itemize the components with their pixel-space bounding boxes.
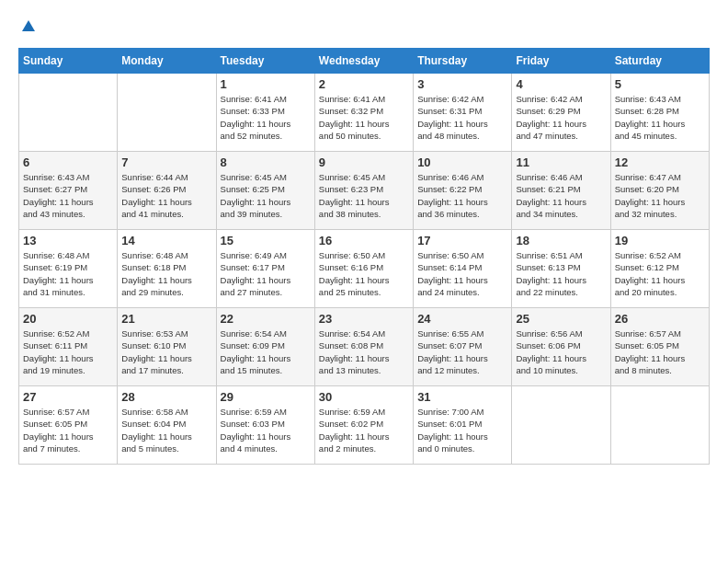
calendar-cell: 28Sunrise: 6:58 AM Sunset: 6:04 PM Dayli…: [118, 386, 216, 465]
day-number: 29: [221, 390, 311, 404]
cell-content: Sunrise: 6:51 AM Sunset: 6:13 PM Dayligh…: [516, 249, 606, 298]
week-row-2: 6Sunrise: 6:43 AM Sunset: 6:27 PM Daylig…: [19, 152, 710, 230]
day-number: 27: [23, 390, 113, 404]
day-number: 19: [615, 234, 705, 247]
cell-content: Sunrise: 6:48 AM Sunset: 6:18 PM Dayligh…: [121, 249, 211, 298]
calendar-cell: 27Sunrise: 6:57 AM Sunset: 6:05 PM Dayli…: [19, 386, 118, 465]
cell-content: Sunrise: 6:54 AM Sunset: 6:09 PM Dayligh…: [221, 327, 311, 376]
day-number: 20: [23, 312, 113, 326]
cell-content: Sunrise: 6:48 AM Sunset: 6:19 PM Dayligh…: [23, 249, 113, 298]
day-number: 2: [319, 77, 409, 91]
day-number: 7: [121, 155, 211, 169]
calendar-cell: 13Sunrise: 6:48 AM Sunset: 6:19 PM Dayli…: [19, 230, 118, 308]
day-number: 15: [221, 234, 311, 247]
cell-content: Sunrise: 6:47 AM Sunset: 6:20 PM Dayligh…: [615, 171, 705, 220]
calendar-cell: 3Sunrise: 6:42 AM Sunset: 6:31 PM Daylig…: [414, 74, 512, 152]
header-row: SundayMondayTuesdayWednesdayThursdayFrid…: [19, 49, 710, 74]
calendar-cell: 24Sunrise: 6:55 AM Sunset: 6:07 PM Dayli…: [414, 308, 512, 386]
day-number: 30: [319, 390, 409, 404]
cell-content: Sunrise: 6:56 AM Sunset: 6:06 PM Dayligh…: [516, 327, 606, 376]
day-number: 21: [121, 312, 211, 326]
day-number: 25: [516, 312, 606, 326]
day-number: 5: [615, 77, 705, 91]
day-number: 9: [319, 155, 409, 169]
cell-content: Sunrise: 6:59 AM Sunset: 6:03 PM Dayligh…: [221, 406, 311, 454]
cell-content: Sunrise: 6:58 AM Sunset: 6:04 PM Dayligh…: [121, 406, 211, 454]
day-number: 11: [516, 155, 606, 169]
cell-content: Sunrise: 6:59 AM Sunset: 6:02 PM Dayligh…: [319, 406, 409, 454]
calendar-cell: 1Sunrise: 6:41 AM Sunset: 6:33 PM Daylig…: [216, 74, 314, 152]
day-number: 3: [417, 77, 507, 91]
calendar-cell: 25Sunrise: 6:56 AM Sunset: 6:06 PM Dayli…: [512, 308, 610, 386]
calendar-cell: 7Sunrise: 6:44 AM Sunset: 6:26 PM Daylig…: [118, 152, 216, 230]
week-row-1: 1Sunrise: 6:41 AM Sunset: 6:33 PM Daylig…: [19, 74, 710, 152]
week-row-3: 13Sunrise: 6:48 AM Sunset: 6:19 PM Dayli…: [19, 230, 710, 308]
day-number: 4: [516, 77, 606, 91]
calendar-cell: 15Sunrise: 6:49 AM Sunset: 6:17 PM Dayli…: [216, 230, 314, 308]
day-number: 12: [615, 155, 705, 169]
cell-content: Sunrise: 6:57 AM Sunset: 6:05 PM Dayligh…: [615, 327, 705, 376]
cell-content: Sunrise: 6:45 AM Sunset: 6:25 PM Dayligh…: [221, 171, 311, 220]
day-number: 1: [221, 77, 311, 91]
calendar-cell: 17Sunrise: 6:50 AM Sunset: 6:14 PM Dayli…: [414, 230, 512, 308]
week-row-5: 27Sunrise: 6:57 AM Sunset: 6:05 PM Dayli…: [19, 386, 710, 465]
cell-content: Sunrise: 7:00 AM Sunset: 6:01 PM Dayligh…: [417, 406, 507, 454]
calendar-cell: 20Sunrise: 6:52 AM Sunset: 6:11 PM Dayli…: [19, 308, 118, 386]
calendar-cell: 12Sunrise: 6:47 AM Sunset: 6:20 PM Dayli…: [610, 152, 709, 230]
calendar-cell: 2Sunrise: 6:41 AM Sunset: 6:32 PM Daylig…: [314, 74, 413, 152]
page-header: [18, 18, 710, 39]
day-number: 10: [417, 155, 507, 169]
calendar-cell: 4Sunrise: 6:42 AM Sunset: 6:29 PM Daylig…: [512, 74, 610, 152]
cell-content: Sunrise: 6:45 AM Sunset: 6:23 PM Dayligh…: [319, 171, 409, 220]
cell-content: Sunrise: 6:49 AM Sunset: 6:17 PM Dayligh…: [221, 249, 311, 298]
cell-content: Sunrise: 6:41 AM Sunset: 6:32 PM Dayligh…: [319, 93, 409, 142]
day-number: 16: [319, 234, 409, 247]
svg-marker-0: [22, 20, 35, 31]
cell-content: Sunrise: 6:42 AM Sunset: 6:29 PM Dayligh…: [516, 93, 606, 142]
day-number: 18: [516, 234, 606, 247]
cell-content: Sunrise: 6:43 AM Sunset: 6:27 PM Dayligh…: [23, 171, 113, 220]
calendar-cell: [118, 74, 216, 152]
day-header-tuesday: Tuesday: [216, 49, 314, 74]
cell-content: Sunrise: 6:52 AM Sunset: 6:11 PM Dayligh…: [23, 327, 113, 376]
calendar-cell: 18Sunrise: 6:51 AM Sunset: 6:13 PM Dayli…: [512, 230, 610, 308]
day-header-saturday: Saturday: [610, 49, 709, 74]
cell-content: Sunrise: 6:50 AM Sunset: 6:16 PM Dayligh…: [319, 249, 409, 298]
calendar-cell: 22Sunrise: 6:54 AM Sunset: 6:09 PM Dayli…: [216, 308, 314, 386]
calendar-cell: 6Sunrise: 6:43 AM Sunset: 6:27 PM Daylig…: [19, 152, 118, 230]
day-number: 31: [417, 390, 507, 404]
cell-content: Sunrise: 6:52 AM Sunset: 6:12 PM Dayligh…: [615, 249, 705, 298]
calendar-cell: 8Sunrise: 6:45 AM Sunset: 6:25 PM Daylig…: [216, 152, 314, 230]
calendar-cell: 14Sunrise: 6:48 AM Sunset: 6:18 PM Dayli…: [118, 230, 216, 308]
day-number: 22: [221, 312, 311, 326]
day-header-thursday: Thursday: [414, 49, 512, 74]
cell-content: Sunrise: 6:44 AM Sunset: 6:26 PM Dayligh…: [121, 171, 211, 220]
calendar-cell: 10Sunrise: 6:46 AM Sunset: 6:22 PM Dayli…: [414, 152, 512, 230]
calendar-cell: 26Sunrise: 6:57 AM Sunset: 6:05 PM Dayli…: [610, 308, 709, 386]
calendar-cell: 19Sunrise: 6:52 AM Sunset: 6:12 PM Dayli…: [610, 230, 709, 308]
calendar-table: SundayMondayTuesdayWednesdayThursdayFrid…: [18, 48, 710, 465]
logo-icon: [20, 18, 37, 35]
calendar-cell: 23Sunrise: 6:54 AM Sunset: 6:08 PM Dayli…: [314, 308, 413, 386]
day-number: 23: [319, 312, 409, 326]
cell-content: Sunrise: 6:57 AM Sunset: 6:05 PM Dayligh…: [23, 406, 113, 454]
cell-content: Sunrise: 6:50 AM Sunset: 6:14 PM Dayligh…: [417, 249, 507, 298]
calendar-cell: 16Sunrise: 6:50 AM Sunset: 6:16 PM Dayli…: [314, 230, 413, 308]
cell-content: Sunrise: 6:42 AM Sunset: 6:31 PM Dayligh…: [417, 93, 507, 142]
calendar-cell: 31Sunrise: 7:00 AM Sunset: 6:01 PM Dayli…: [414, 386, 512, 465]
cell-content: Sunrise: 6:46 AM Sunset: 6:22 PM Dayligh…: [417, 171, 507, 220]
cell-content: Sunrise: 6:53 AM Sunset: 6:10 PM Dayligh…: [121, 327, 211, 376]
cell-content: Sunrise: 6:54 AM Sunset: 6:08 PM Dayligh…: [319, 327, 409, 376]
cell-content: Sunrise: 6:41 AM Sunset: 6:33 PM Dayligh…: [221, 93, 311, 142]
day-number: 28: [121, 390, 211, 404]
calendar-cell: 21Sunrise: 6:53 AM Sunset: 6:10 PM Dayli…: [118, 308, 216, 386]
day-header-wednesday: Wednesday: [314, 49, 413, 74]
calendar-cell: 30Sunrise: 6:59 AM Sunset: 6:02 PM Dayli…: [314, 386, 413, 465]
calendar-cell: 11Sunrise: 6:46 AM Sunset: 6:21 PM Dayli…: [512, 152, 610, 230]
calendar-cell: 9Sunrise: 6:45 AM Sunset: 6:23 PM Daylig…: [314, 152, 413, 230]
logo: [18, 18, 37, 39]
day-number: 8: [221, 155, 311, 169]
calendar-cell: [610, 386, 709, 465]
day-number: 13: [23, 234, 113, 247]
day-header-sunday: Sunday: [19, 49, 118, 74]
